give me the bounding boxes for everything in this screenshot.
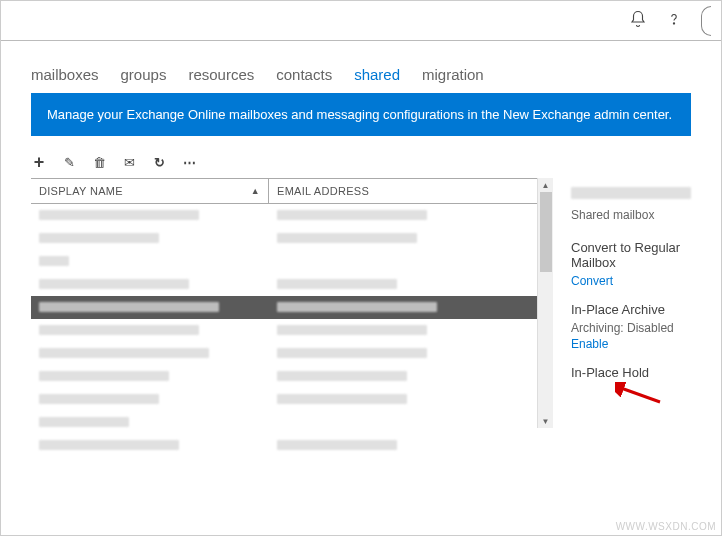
toolbar: + ✎ 🗑 ✉ ↻ ⋯	[1, 136, 721, 178]
selected-name	[571, 186, 707, 202]
table-row[interactable]	[31, 388, 537, 411]
tab-groups[interactable]: groups	[121, 66, 167, 83]
table-row[interactable]	[31, 250, 537, 273]
tab-contacts[interactable]: contacts	[276, 66, 332, 83]
scrollbar[interactable]: ▲ ▼	[537, 178, 553, 428]
tab-shared[interactable]: shared	[354, 66, 400, 83]
table-row[interactable]	[31, 411, 537, 434]
col-display-name[interactable]: DISPLAY NAME ▲	[31, 179, 269, 203]
grid-body	[31, 204, 537, 454]
archiving-value: Disabled	[627, 321, 674, 335]
enable-archive-link[interactable]: Enable	[571, 337, 608, 351]
table-row[interactable]	[31, 296, 537, 319]
table-row[interactable]	[31, 204, 537, 227]
tab-migration[interactable]: migration	[422, 66, 484, 83]
avatar-cut	[701, 6, 711, 36]
tab-mailboxes[interactable]: mailboxes	[31, 66, 99, 83]
archive-section-head: In-Place Archive	[571, 302, 707, 317]
convert-link[interactable]: Convert	[571, 274, 613, 288]
table-row[interactable]	[31, 342, 537, 365]
scroll-down-icon[interactable]: ▼	[538, 414, 553, 428]
mailbox-grid: DISPLAY NAME ▲ EMAIL ADDRESS	[31, 178, 537, 454]
details-pane: Shared mailbox Convert to Regular Mailbo…	[553, 178, 721, 454]
more-button[interactable]: ⋯	[181, 154, 197, 170]
table-row[interactable]	[31, 273, 537, 296]
topbar	[1, 1, 721, 41]
col-email-address[interactable]: EMAIL ADDRESS	[269, 179, 537, 203]
bell-icon[interactable]	[629, 10, 647, 31]
banner-text: Manage your Exchange Online mailboxes an…	[47, 107, 672, 122]
archiving-key: Archiving:	[571, 321, 624, 335]
help-icon[interactable]	[665, 10, 683, 31]
archiving-status: Archiving: Disabled	[571, 321, 707, 335]
mailbox-type: Shared mailbox	[571, 208, 707, 222]
scroll-thumb[interactable]	[540, 192, 552, 272]
table-row[interactable]	[31, 365, 537, 388]
tab-resources[interactable]: resources	[188, 66, 254, 83]
info-banner: Manage your Exchange Online mailboxes an…	[31, 93, 691, 136]
table-row[interactable]	[31, 434, 537, 454]
refresh-button[interactable]: ↻	[151, 154, 167, 170]
tabs-nav: mailboxes groups resources contacts shar…	[1, 41, 721, 93]
col-display-name-label: DISPLAY NAME	[39, 185, 123, 197]
table-row[interactable]	[31, 319, 537, 342]
scroll-up-icon[interactable]: ▲	[538, 178, 553, 192]
edit-button[interactable]: ✎	[61, 154, 77, 170]
col-email-address-label: EMAIL ADDRESS	[277, 185, 369, 197]
grid-header: DISPLAY NAME ▲ EMAIL ADDRESS	[31, 178, 537, 204]
delete-button[interactable]: 🗑	[91, 154, 107, 170]
watermark: WWW.WSXDN.COM	[616, 521, 716, 532]
sort-asc-icon: ▲	[251, 186, 260, 196]
add-button[interactable]: +	[31, 154, 47, 170]
table-row[interactable]	[31, 227, 537, 250]
hold-section-head: In-Place Hold	[571, 365, 707, 380]
main: DISPLAY NAME ▲ EMAIL ADDRESS ▲ ▼ Shared …	[1, 178, 721, 454]
convert-section-head: Convert to Regular Mailbox	[571, 240, 707, 270]
svg-point-0	[673, 23, 674, 24]
send-button[interactable]: ✉	[121, 154, 137, 170]
